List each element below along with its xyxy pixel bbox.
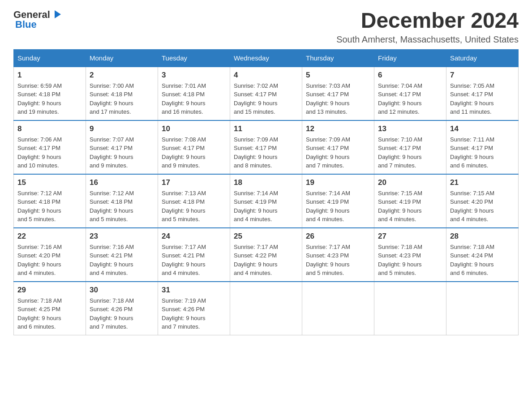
day-info: Sunrise: 7:18 AM Sunset: 4:24 PM Dayligh…: [450, 243, 515, 278]
header-day-friday: Friday: [374, 49, 446, 67]
page-header: General Blue December 2024 South Amherst…: [13, 9, 519, 45]
day-cell-30: 30 Sunrise: 7:18 AM Sunset: 4:26 PM Dayl…: [86, 282, 158, 335]
day-info: Sunrise: 6:59 AM Sunset: 4:18 PM Dayligh…: [17, 81, 82, 116]
week-row-3: 15 Sunrise: 7:12 AM Sunset: 4:18 PM Dayl…: [14, 174, 519, 228]
day-info: Sunrise: 7:09 AM Sunset: 4:17 PM Dayligh…: [306, 135, 370, 170]
day-info: Sunrise: 7:19 AM Sunset: 4:26 PM Dayligh…: [162, 296, 226, 331]
day-number: 12: [306, 124, 370, 133]
logo-blue-text: Blue: [15, 19, 37, 30]
day-info: Sunrise: 7:06 AM Sunset: 4:17 PM Dayligh…: [17, 135, 82, 170]
day-cell-18: 18 Sunrise: 7:14 AM Sunset: 4:19 PM Dayl…: [230, 174, 302, 228]
day-info: Sunrise: 7:07 AM Sunset: 4:17 PM Dayligh…: [90, 135, 154, 170]
svg-marker-0: [55, 10, 61, 18]
week-row-1: 1 Sunrise: 6:59 AM Sunset: 4:18 PM Dayli…: [14, 67, 519, 120]
day-cell-6: 6 Sunrise: 7:04 AM Sunset: 4:17 PM Dayli…: [374, 67, 446, 120]
week-row-2: 8 Sunrise: 7:06 AM Sunset: 4:17 PM Dayli…: [14, 120, 519, 174]
day-number: 7: [450, 71, 515, 80]
day-number: 27: [378, 232, 442, 241]
day-number: 29: [17, 286, 82, 295]
day-cell-27: 27 Sunrise: 7:18 AM Sunset: 4:23 PM Dayl…: [374, 228, 446, 282]
day-info: Sunrise: 7:00 AM Sunset: 4:18 PM Dayligh…: [90, 81, 154, 116]
header-day-monday: Monday: [86, 49, 158, 67]
header-day-saturday: Saturday: [446, 49, 519, 67]
day-cell-11: 11 Sunrise: 7:09 AM Sunset: 4:17 PM Dayl…: [230, 120, 302, 174]
header-row: SundayMondayTuesdayWednesdayThursdayFrid…: [14, 49, 519, 67]
day-number: 30: [90, 286, 154, 295]
day-info: Sunrise: 7:09 AM Sunset: 4:17 PM Dayligh…: [234, 135, 298, 170]
day-number: 1: [17, 71, 82, 80]
title-section: December 2024 South Amherst, Massachuset…: [336, 9, 519, 45]
day-cell-14: 14 Sunrise: 7:11 AM Sunset: 4:17 PM Dayl…: [446, 120, 519, 174]
day-info: Sunrise: 7:17 AM Sunset: 4:23 PM Dayligh…: [306, 243, 370, 278]
day-info: Sunrise: 7:18 AM Sunset: 4:25 PM Dayligh…: [17, 296, 82, 331]
day-number: 22: [17, 232, 82, 241]
day-info: Sunrise: 7:18 AM Sunset: 4:23 PM Dayligh…: [378, 243, 442, 278]
day-info: Sunrise: 7:05 AM Sunset: 4:17 PM Dayligh…: [450, 81, 515, 116]
day-number: 20: [378, 178, 442, 187]
day-number: 25: [234, 232, 298, 241]
day-number: 2: [90, 71, 154, 80]
day-cell-4: 4 Sunrise: 7:02 AM Sunset: 4:17 PM Dayli…: [230, 67, 302, 120]
day-number: 8: [17, 124, 82, 133]
day-info: Sunrise: 7:02 AM Sunset: 4:17 PM Dayligh…: [234, 81, 298, 116]
day-info: Sunrise: 7:08 AM Sunset: 4:17 PM Dayligh…: [162, 135, 226, 170]
day-number: 6: [378, 71, 442, 80]
day-info: Sunrise: 7:14 AM Sunset: 4:19 PM Dayligh…: [234, 189, 298, 224]
day-cell-10: 10 Sunrise: 7:08 AM Sunset: 4:17 PM Dayl…: [158, 120, 230, 174]
day-info: Sunrise: 7:16 AM Sunset: 4:21 PM Dayligh…: [90, 243, 154, 278]
day-info: Sunrise: 7:17 AM Sunset: 4:22 PM Dayligh…: [234, 243, 298, 278]
day-info: Sunrise: 7:12 AM Sunset: 4:18 PM Dayligh…: [90, 189, 154, 224]
day-cell-31: 31 Sunrise: 7:19 AM Sunset: 4:26 PM Dayl…: [158, 282, 230, 335]
day-cell-9: 9 Sunrise: 7:07 AM Sunset: 4:17 PM Dayli…: [86, 120, 158, 174]
day-number: 15: [17, 178, 82, 187]
empty-cell: [446, 282, 519, 335]
day-info: Sunrise: 7:15 AM Sunset: 4:20 PM Dayligh…: [450, 189, 515, 224]
day-number: 23: [90, 232, 154, 241]
day-cell-15: 15 Sunrise: 7:12 AM Sunset: 4:18 PM Dayl…: [14, 174, 86, 228]
day-number: 24: [162, 232, 226, 241]
day-number: 10: [162, 124, 226, 133]
day-cell-19: 19 Sunrise: 7:14 AM Sunset: 4:19 PM Dayl…: [302, 174, 374, 228]
day-number: 26: [306, 232, 370, 241]
calendar-table: SundayMondayTuesdayWednesdayThursdayFrid…: [13, 49, 519, 335]
day-number: 16: [90, 178, 154, 187]
day-cell-24: 24 Sunrise: 7:17 AM Sunset: 4:21 PM Dayl…: [158, 228, 230, 282]
day-cell-16: 16 Sunrise: 7:12 AM Sunset: 4:18 PM Dayl…: [86, 174, 158, 228]
day-cell-3: 3 Sunrise: 7:01 AM Sunset: 4:18 PM Dayli…: [158, 67, 230, 120]
day-info: Sunrise: 7:11 AM Sunset: 4:17 PM Dayligh…: [450, 135, 515, 170]
day-cell-12: 12 Sunrise: 7:09 AM Sunset: 4:17 PM Dayl…: [302, 120, 374, 174]
day-number: 21: [450, 178, 515, 187]
day-info: Sunrise: 7:01 AM Sunset: 4:18 PM Dayligh…: [162, 81, 226, 116]
day-info: Sunrise: 7:13 AM Sunset: 4:18 PM Dayligh…: [162, 189, 226, 224]
header-day-thursday: Thursday: [302, 49, 374, 67]
day-number: 17: [162, 178, 226, 187]
header-day-wednesday: Wednesday: [230, 49, 302, 67]
day-cell-8: 8 Sunrise: 7:06 AM Sunset: 4:17 PM Dayli…: [14, 120, 86, 174]
day-info: Sunrise: 7:14 AM Sunset: 4:19 PM Dayligh…: [306, 189, 370, 224]
header-day-tuesday: Tuesday: [158, 49, 230, 67]
month-title: December 2024: [336, 9, 519, 33]
day-number: 13: [378, 124, 442, 133]
day-cell-21: 21 Sunrise: 7:15 AM Sunset: 4:20 PM Dayl…: [446, 174, 519, 228]
empty-cell: [230, 282, 302, 335]
day-cell-25: 25 Sunrise: 7:17 AM Sunset: 4:22 PM Dayl…: [230, 228, 302, 282]
day-cell-22: 22 Sunrise: 7:16 AM Sunset: 4:20 PM Dayl…: [14, 228, 86, 282]
day-cell-23: 23 Sunrise: 7:16 AM Sunset: 4:21 PM Dayl…: [86, 228, 158, 282]
day-info: Sunrise: 7:16 AM Sunset: 4:20 PM Dayligh…: [17, 243, 82, 278]
day-number: 3: [162, 71, 226, 80]
day-cell-1: 1 Sunrise: 6:59 AM Sunset: 4:18 PM Dayli…: [14, 67, 86, 120]
empty-cell: [374, 282, 446, 335]
day-cell-7: 7 Sunrise: 7:05 AM Sunset: 4:17 PM Dayli…: [446, 67, 519, 120]
day-number: 28: [450, 232, 515, 241]
logo-arrow-icon: [51, 9, 61, 19]
day-cell-29: 29 Sunrise: 7:18 AM Sunset: 4:25 PM Dayl…: [14, 282, 86, 335]
week-row-4: 22 Sunrise: 7:16 AM Sunset: 4:20 PM Dayl…: [14, 228, 519, 282]
header-day-sunday: Sunday: [14, 49, 86, 67]
day-info: Sunrise: 7:18 AM Sunset: 4:26 PM Dayligh…: [90, 296, 154, 331]
day-info: Sunrise: 7:03 AM Sunset: 4:17 PM Dayligh…: [306, 81, 370, 116]
day-cell-26: 26 Sunrise: 7:17 AM Sunset: 4:23 PM Dayl…: [302, 228, 374, 282]
day-info: Sunrise: 7:17 AM Sunset: 4:21 PM Dayligh…: [162, 243, 226, 278]
day-number: 14: [450, 124, 515, 133]
week-row-5: 29 Sunrise: 7:18 AM Sunset: 4:25 PM Dayl…: [14, 282, 519, 335]
day-number: 11: [234, 124, 298, 133]
